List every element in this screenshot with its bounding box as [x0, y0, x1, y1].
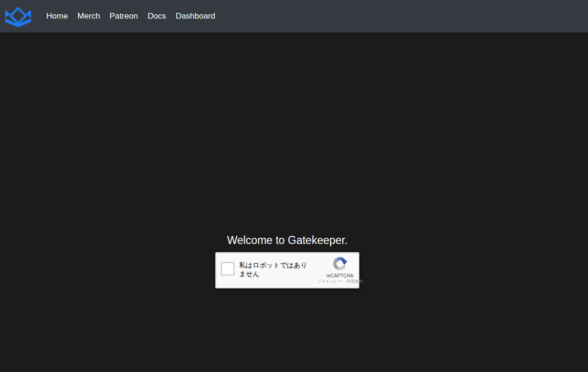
nav-item-dashboard[interactable]: Dashboard [171, 0, 220, 32]
recaptcha-label: 私はロボットではありません [239, 261, 313, 278]
recaptcha-widget: 私はロボットではありません [215, 252, 359, 288]
nav-item-patreon[interactable]: Patreon [105, 0, 143, 32]
recaptcha-links: プライバシー-利用規約 [317, 279, 362, 285]
page-title: Welcome to Gatekeeper. [215, 233, 359, 248]
gatekeeper-logo-icon [5, 7, 31, 28]
navbar: Home Merch Patreon Docs Dashboard [0, 0, 588, 32]
nav-links: Home Merch Patreon Docs Dashboard [42, 0, 220, 32]
nav-item-home[interactable]: Home [42, 0, 73, 32]
recaptcha-privacy-link[interactable]: プライバシー [317, 279, 342, 284]
recaptcha-brand-block: reCAPTCHA プライバシー-利用規約 [325, 255, 355, 285]
recaptcha-checkbox[interactable] [221, 262, 234, 276]
recaptcha-icon [331, 255, 349, 272]
recaptcha-links-separator: - [343, 279, 345, 284]
recaptcha-terms-link[interactable]: 利用規約 [346, 279, 363, 284]
nav-item-merch[interactable]: Merch [73, 0, 105, 32]
navbar-brand[interactable] [5, 7, 31, 28]
nav-item-docs[interactable]: Docs [143, 0, 171, 32]
recaptcha-brand-name: reCAPTCHA [326, 273, 354, 278]
hero-section: Welcome to Gatekeeper. 私はロボットではありません [215, 233, 359, 288]
